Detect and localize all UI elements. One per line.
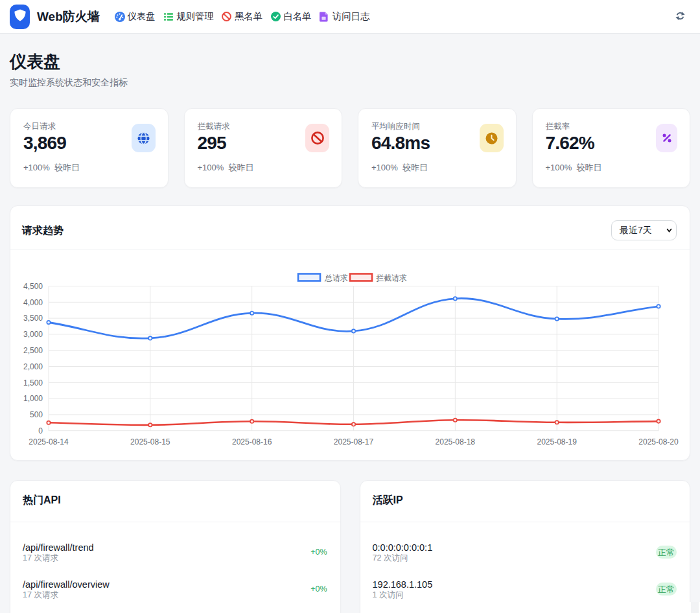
svg-text:拦截请求: 拦截请求 xyxy=(376,273,407,283)
svg-text:总请求: 总请求 xyxy=(324,273,348,283)
svg-text:2025-08-17: 2025-08-17 xyxy=(334,437,374,446)
svg-text:1,500: 1,500 xyxy=(23,378,43,387)
svg-text:2,000: 2,000 xyxy=(23,362,43,371)
svg-text:2025-08-16: 2025-08-16 xyxy=(232,437,272,446)
svg-text:2025-08-20: 2025-08-20 xyxy=(638,437,679,446)
svg-text:2025-08-19: 2025-08-19 xyxy=(537,437,578,446)
svg-text:3,000: 3,000 xyxy=(23,330,43,339)
svg-text:3,500: 3,500 xyxy=(23,314,43,323)
svg-text:0: 0 xyxy=(38,426,43,435)
svg-text:2025-08-15: 2025-08-15 xyxy=(130,437,170,446)
svg-text:2025-08-14: 2025-08-14 xyxy=(29,437,69,446)
svg-text:4,000: 4,000 xyxy=(23,298,43,307)
svg-text:2,500: 2,500 xyxy=(23,346,43,355)
svg-text:1,000: 1,000 xyxy=(23,394,43,403)
svg-text:500: 500 xyxy=(30,410,43,419)
svg-text:4,500: 4,500 xyxy=(23,282,43,291)
svg-text:2025-08-18: 2025-08-18 xyxy=(436,437,476,446)
